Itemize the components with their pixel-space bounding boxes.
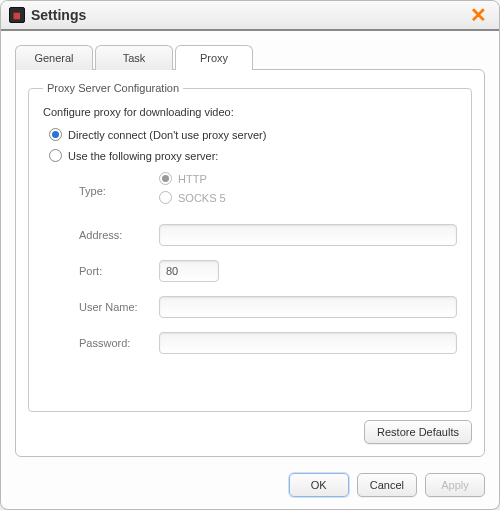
cancel-button[interactable]: Cancel	[357, 473, 417, 497]
radio-icon	[49, 149, 62, 162]
radio-use-proxy[interactable]: Use the following proxy server:	[49, 149, 457, 162]
row-type: Type: HTTP SOCKS 5	[79, 172, 457, 210]
proxy-form: Type: HTTP SOCKS 5	[79, 172, 457, 354]
radio-type-socks5[interactable]: SOCKS 5	[159, 191, 226, 204]
settings-window: ▦ Settings ✕ General Task Proxy Proxy Se…	[0, 0, 500, 510]
restore-defaults-button[interactable]: Restore Defaults	[364, 420, 472, 444]
panel-footer: Restore Defaults	[28, 412, 472, 444]
tab-general[interactable]: General	[15, 45, 93, 70]
window-title: Settings	[31, 7, 86, 23]
apply-button[interactable]: Apply	[425, 473, 485, 497]
window-body: General Task Proxy Proxy Server Configur…	[1, 31, 499, 467]
tab-task[interactable]: Task	[95, 45, 173, 70]
row-port: Port:	[79, 260, 457, 282]
ok-button[interactable]: OK	[289, 473, 349, 497]
radio-icon	[49, 128, 62, 141]
proxy-config-group: Proxy Server Configuration Configure pro…	[28, 82, 472, 412]
address-label: Address:	[79, 229, 159, 241]
username-label: User Name:	[79, 301, 159, 313]
tab-strip: General Task Proxy	[15, 45, 485, 70]
radio-icon	[159, 172, 172, 185]
password-label: Password:	[79, 337, 159, 349]
row-address: Address:	[79, 224, 457, 246]
type-label: Type:	[79, 185, 159, 197]
radio-label: Use the following proxy server:	[68, 150, 218, 162]
group-legend: Proxy Server Configuration	[43, 82, 183, 94]
radio-label: SOCKS 5	[178, 192, 226, 204]
titlebar: ▦ Settings ✕	[1, 1, 499, 31]
tab-panel-proxy: Proxy Server Configuration Configure pro…	[15, 69, 485, 457]
radio-label: Directly connect (Don't use proxy server…	[68, 129, 266, 141]
radio-label: HTTP	[178, 173, 207, 185]
password-input[interactable]	[159, 332, 457, 354]
port-label: Port:	[79, 265, 159, 277]
tab-proxy[interactable]: Proxy	[175, 45, 253, 70]
app-icon: ▦	[9, 7, 25, 23]
username-input[interactable]	[159, 296, 457, 318]
radio-icon	[159, 191, 172, 204]
radio-type-http[interactable]: HTTP	[159, 172, 226, 185]
row-password: Password:	[79, 332, 457, 354]
close-icon[interactable]: ✕	[466, 5, 491, 25]
group-description: Configure proxy for downloading video:	[43, 106, 457, 118]
dialog-footer: OK Cancel Apply	[1, 467, 499, 509]
port-input[interactable]	[159, 260, 219, 282]
address-input[interactable]	[159, 224, 457, 246]
radio-direct-connect[interactable]: Directly connect (Don't use proxy server…	[49, 128, 457, 141]
row-username: User Name:	[79, 296, 457, 318]
